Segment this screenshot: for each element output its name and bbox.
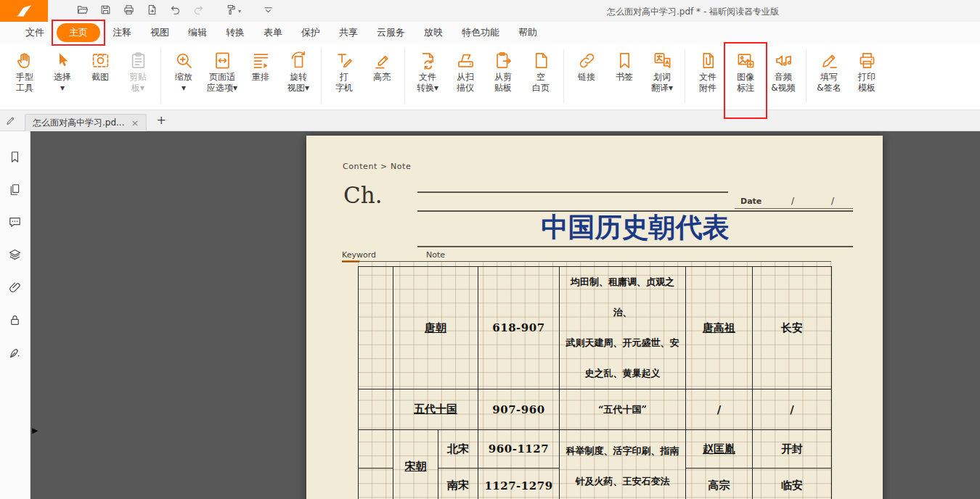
founder-link-song[interactable]: 赵匡胤 [686,430,753,469]
pages-panel-button[interactable] [8,183,23,197]
audio-video-button[interactable]: 音频&视频 [764,46,802,94]
panel-expand-handle[interactable]: ▶ [32,426,38,435]
chapter-label: Ch. [343,182,383,208]
document-canvas[interactable]: ▶ Content > Note Ch. Date / / 中国历史朝代表 Ke… [30,131,980,499]
menu-tab-label: 云服务 [377,27,405,38]
select-tool-icon [53,51,73,70]
typewriter-button[interactable]: 打字机 [325,46,363,94]
founder-link-tang[interactable]: 唐高祖 [686,267,753,389]
menu-tab-7[interactable]: 保护 [292,23,330,42]
menu-tab-8[interactable]: 共享 [330,23,367,42]
content-area: ▶ Content > Note Ch. Date / / 中国历史朝代表 Ke… [0,131,980,499]
ribbon-button-label: 标注 [737,83,754,94]
foxit-logo[interactable] [0,0,48,22]
document-tab-label: 怎么面对高中学习.pd... [33,117,125,129]
capital-tang: 长安 [753,267,832,389]
fit-page-icon [213,51,232,70]
undo-button[interactable] [167,3,183,19]
file-convert-button[interactable]: 文件转换▾ [409,46,446,94]
select-tool-button[interactable]: 选择▾ [44,46,81,94]
period-nansong: 1127-1279 [478,469,560,499]
print-icon [123,4,135,19]
menu-tab-12[interactable]: 帮助 [509,23,547,42]
ribbon-group-6: 填写&签名打印模板 [810,46,886,94]
menu-tab-5[interactable]: 转换 [216,23,254,42]
open-file-button[interactable] [74,3,90,19]
sub-dynasty-nansong: 南宋 [438,469,478,499]
layers-panel-button[interactable] [8,248,23,263]
reflow-button[interactable]: 重排 [242,46,279,83]
format-brush-button[interactable]: ▾ [225,3,241,19]
annotate-pencil-button[interactable] [0,115,22,126]
ribbon-button-label: 剪贴 [129,72,147,83]
menu-tab-9[interactable]: 云服务 [367,23,415,42]
menu-tab-3[interactable]: 视图 [141,23,179,42]
ribbon-button-label: 视图▾ [287,83,309,94]
menu-tab-2[interactable]: 注释 [103,23,141,42]
translate-button[interactable]: 划词翻译▾ [643,46,681,94]
typewriter-icon [335,51,354,70]
bookmark-button[interactable]: 书签 [605,46,643,83]
translate-icon [653,51,672,70]
new-tab-button[interactable]: + [156,115,166,126]
fill-sign-button[interactable]: 填写&签名 [810,46,848,94]
dynasty-link-tang[interactable]: 唐朝 [393,267,478,389]
export-button[interactable] [144,3,160,19]
dynasty-link-wudai[interactable]: 五代十国 [393,389,478,430]
highlight-button[interactable]: 高亮 [363,46,401,83]
security-panel-button[interactable] [8,313,23,328]
clipboard-icon [128,51,148,70]
ribbon-button-label: 图像 [737,72,754,83]
ribbon-group-5: 文件附件图像标注音频&视频 [689,46,802,94]
zoom-icon [174,51,194,70]
document-tab[interactable]: 怎么面对高中学习.pd... × [25,114,147,131]
bookmark-panel-button[interactable] [8,150,23,165]
attachments-panel-button[interactable] [8,281,23,295]
hand-tool-button[interactable]: 手型工具 [6,46,44,94]
menu-tab-label: 保护 [301,27,320,38]
ribbon-button-label: &签名 [817,83,841,94]
menu-tab-label: 主页 [69,27,88,38]
paste-button[interactable]: 从剪贴板 [484,46,522,94]
scanner-button[interactable]: 从扫描仪 [446,46,484,94]
ribbon-button-label: 板▾ [131,83,144,94]
link-button[interactable]: 链接 [568,46,605,83]
blank-page-button[interactable]: 空白页 [522,46,560,94]
menu-tab-4[interactable]: 编辑 [179,23,216,42]
menu-tab-11[interactable]: 特色功能 [452,23,509,42]
print-template-button[interactable]: 打印模板 [848,46,886,94]
fit-page-button[interactable]: 页面适应选项▾ [203,46,242,94]
scanner-icon [456,51,475,70]
menu-tab-0[interactable]: 文件 [16,23,54,42]
attach-file-button[interactable]: 文件附件 [689,46,727,94]
rotate-view-button[interactable]: 旋转视图▾ [279,46,317,94]
snapshot-button[interactable]: 截图 [81,46,119,83]
print-button[interactable] [121,3,136,19]
ribbon-group-0: 手型工具选择▾截图剪贴板▾ [6,46,157,94]
customize-toolbar-button[interactable] [260,3,276,19]
ribbon-group-3: 文件转换▾从扫描仪从剪贴板空白页 [409,46,560,94]
keyword-label: Keyword [342,250,376,260]
ribbon-button-label: 旋转 [290,72,307,83]
blank-page-icon [531,51,551,70]
dynasty-link-song[interactable]: 宋朝 [393,430,438,499]
redo-button[interactable] [190,3,206,19]
zoom-button[interactable]: 缩放▾ [165,46,203,94]
save-button[interactable] [97,3,113,19]
redo-icon [192,4,205,19]
menu-tab-1[interactable]: 主页 [57,23,100,42]
ribbon-button-label: 贴板 [494,83,512,94]
image-annotation-button[interactable]: 图像标注 [727,46,764,94]
signature-panel-button[interactable] [8,346,23,360]
close-tab-icon[interactable]: × [131,118,139,128]
sub-dynasty-beisong: 北宋 [438,430,478,469]
menu-tab-6[interactable]: 表单 [254,23,292,42]
snapshot-icon [91,51,110,70]
ribbon-button-label: 文件 [419,72,436,83]
comments-panel-button[interactable] [8,215,23,230]
ribbon-button-label: 从剪 [494,72,512,83]
ribbon-button-label: 页面适 [209,72,235,83]
menu-tab-10[interactable]: 放映 [415,23,452,42]
clipboard-button[interactable]: 剪贴板▾ [119,46,157,94]
rotate-view-icon [289,51,309,70]
